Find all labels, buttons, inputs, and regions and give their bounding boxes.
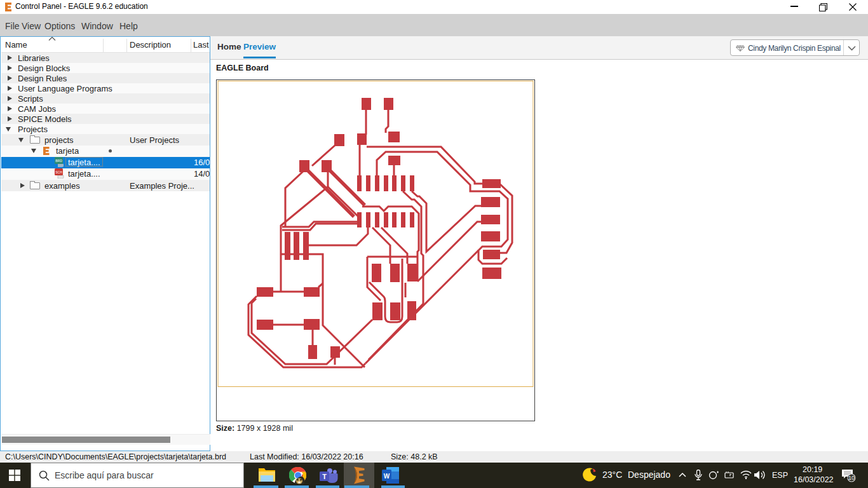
svg-text:T: T: [322, 473, 327, 480]
svg-text:BRD: BRD: [55, 159, 62, 163]
svg-text:SCH: SCH: [55, 170, 62, 174]
svg-text:10: 10: [848, 475, 855, 481]
svg-text:W: W: [384, 473, 390, 480]
